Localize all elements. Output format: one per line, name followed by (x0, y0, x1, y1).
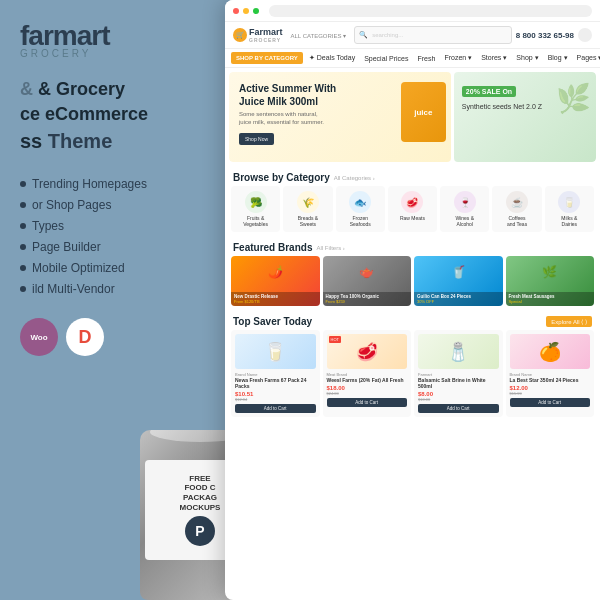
bullet-icon (20, 286, 26, 292)
logo-name: Farmart (249, 27, 283, 37)
site-logo-area: 🛒 Farmart GROCERY (233, 27, 283, 43)
category-wines[interactable]: 🍷 Wines &Alcohol (440, 186, 489, 232)
hero-side-banner: 20% SALE On Synthetic seeds Net 2.0 Z 🌿 (454, 72, 596, 162)
products-row: 🥛 Brand Name Newa Fresh Farms 67 Pack 24… (225, 330, 600, 421)
category-label: Raw Meats (391, 215, 434, 221)
nav-deals[interactable]: ✦ Deals Today (306, 52, 358, 64)
product-title-4: La Best Star 350ml 24 Pieces (510, 377, 591, 383)
wines-icon: 🍷 (454, 191, 476, 213)
products-section-header: Top Saver Today Explore All ⟨ ⟩ (225, 310, 600, 330)
brands-filter-link[interactable]: All Filters › (316, 245, 344, 251)
product-title-1: Newa Fresh Farms 67 Pack 24 Packs (235, 377, 316, 389)
logo-subtitle: GROCERY (20, 48, 220, 59)
browser-chrome (225, 0, 600, 22)
search-input[interactable]: 🔍 searching... (354, 26, 512, 44)
category-dairy[interactable]: 🥛 Milks &Dairies (545, 186, 594, 232)
nav-special[interactable]: Special Prices (361, 53, 411, 64)
product-image-2: HOT 🥩 (327, 334, 408, 369)
categories-title: Browse by Category (233, 172, 330, 183)
close-dot (233, 8, 239, 14)
category-label: Fruits &Vegetables (234, 215, 277, 227)
dairy-icon: 🥛 (558, 191, 580, 213)
explore-all-btn[interactable]: Explore All ⟨ ⟩ (546, 316, 592, 327)
brand-card-4[interactable]: 🌿 Fresh Meat Sausages Special (506, 256, 595, 306)
add-to-cart-2[interactable]: Add to Cart (327, 398, 408, 407)
product-card-4: 🍊 Brand Name La Best Star 350ml 24 Piece… (506, 330, 595, 417)
brand-card-3[interactable]: 🥤 Guilio Can Box 24 Pieces 30% OFF (414, 256, 503, 306)
nav-pages[interactable]: Pages ▾ (574, 52, 600, 64)
tagline-3: ss (20, 130, 48, 152)
bullet-icon (20, 223, 26, 229)
add-to-cart-3[interactable]: Add to Cart (418, 404, 499, 413)
category-coffee[interactable]: ☕ Coffeesand Teas (492, 186, 541, 232)
categories-section-header: Browse by Category All Categories › (225, 166, 600, 186)
bullet-icon (20, 244, 26, 250)
category-label: FrozenSeafoods (339, 215, 382, 227)
product-badge-2: HOT (329, 336, 341, 343)
tagline: & & Grocery ce eCommerce ss Theme (20, 77, 220, 155)
nav-stores[interactable]: Stores ▾ (478, 52, 510, 64)
divi-badge: D (66, 318, 104, 356)
nav-blog[interactable]: Blog ▾ (545, 52, 571, 64)
category-frozen[interactable]: 🐟 FrozenSeafoods (336, 186, 385, 232)
fruits-icon: 🥦 (245, 191, 267, 213)
meats-icon: 🥩 (401, 191, 423, 213)
product-card-2: HOT 🥩 Meat Brand Weesl Farms (20% Fat) A… (323, 330, 412, 417)
product-image-3: 🧂 (418, 334, 499, 369)
product-old-price-3: $10.00 (418, 397, 499, 402)
product-card-3: 🧂 Farmart Balsamic Salt Brine in White 5… (414, 330, 503, 417)
brand-card-2[interactable]: 🫖 Happy Tea 100% Organic From $259 (323, 256, 412, 306)
categories-grid: 🥦 Fruits &Vegetables 🌾 Breads &Sweets 🐟 … (225, 186, 600, 236)
category-breads[interactable]: 🌾 Breads &Sweets (283, 186, 332, 232)
hero-subtitle: Some sentences with natural, juice milk,… (239, 111, 329, 127)
search-icon: 🔍 (359, 31, 368, 39)
left-panel: farmart GROCERY & & Grocery ce eCommerce… (0, 0, 240, 600)
feature-1: Trending Homepages (20, 177, 220, 191)
product-image-1: 🥛 (235, 334, 316, 369)
hero-title: Active Summer With Juice Milk 300ml (239, 82, 339, 108)
product-title-3: Balsamic Salt Brine in White 500ml (418, 377, 499, 389)
nav-shop[interactable]: Shop ▾ (513, 52, 541, 64)
hero-main-banner: Active Summer With Juice Milk 300ml Some… (229, 72, 451, 162)
feature-2: or Shop Pages (20, 198, 220, 212)
minimize-dot (243, 8, 249, 14)
logo-tagline: GROCERY (249, 37, 283, 43)
frozen-icon: 🐟 (349, 191, 371, 213)
product-title-2: Weesl Farms (20% Fat) All Fresh (327, 377, 408, 383)
all-categories-link[interactable]: All Categories › (334, 175, 375, 181)
feature-6: ild Multi-Vendor (20, 282, 220, 296)
phone-number: 8 800 332 65-98 (516, 31, 574, 40)
category-fruits[interactable]: 🥦 Fruits &Vegetables (231, 186, 280, 232)
breads-icon: 🌾 (297, 191, 319, 213)
product-old-price-4: $15.99 (510, 391, 591, 396)
brand-card-1[interactable]: 🌶️ New Drastic Release From $120/TB (231, 256, 320, 306)
brands-section-header: Featured Brands All Filters › (225, 236, 600, 256)
category-label: Coffeesand Teas (495, 215, 538, 227)
browser-panel: 🛒 Farmart GROCERY ALL CATEGORIES ▾ 🔍 sea… (225, 0, 600, 600)
product-old-price-1: $12.94 (235, 397, 316, 402)
maximize-dot (253, 8, 259, 14)
p-logo: P (185, 516, 215, 546)
bullet-icon (20, 202, 26, 208)
brands-title: Featured Brands (233, 242, 312, 253)
features-list: Trending Homepages or Shop Pages Types P… (20, 177, 220, 296)
all-categories[interactable]: ALL CATEGORIES ▾ (287, 32, 351, 39)
nav-frozen[interactable]: Frozen ▾ (441, 52, 475, 64)
url-bar[interactable] (269, 5, 592, 17)
user-account-icon[interactable] (578, 28, 592, 42)
shop-by-category-btn[interactable]: SHOP BY CATEGORY (231, 52, 303, 64)
feature-3: Types (20, 219, 220, 233)
category-meats[interactable]: 🥩 Raw Meats (388, 186, 437, 232)
nav-fresh[interactable]: Fresh (415, 53, 439, 64)
hero-cta-button[interactable]: Shop Now (239, 133, 274, 145)
brand-overlay-4: Fresh Meat Sausages Special (506, 292, 595, 306)
add-to-cart-1[interactable]: Add to Cart (235, 404, 316, 413)
leaf-decoration: 🌿 (556, 82, 591, 115)
site-header: 🛒 Farmart GROCERY ALL CATEGORIES ▾ 🔍 sea… (225, 22, 600, 49)
brands-row: 🌶️ New Drastic Release From $120/TB 🫖 Ha… (225, 256, 600, 310)
brand-overlay-1: New Drastic Release From $120/TB (231, 292, 320, 306)
product-image-4: 🍊 (510, 334, 591, 369)
product-card-1: 🥛 Brand Name Newa Fresh Farms 67 Pack 24… (231, 330, 320, 417)
bullet-icon (20, 265, 26, 271)
add-to-cart-4[interactable]: Add to Cart (510, 398, 591, 407)
